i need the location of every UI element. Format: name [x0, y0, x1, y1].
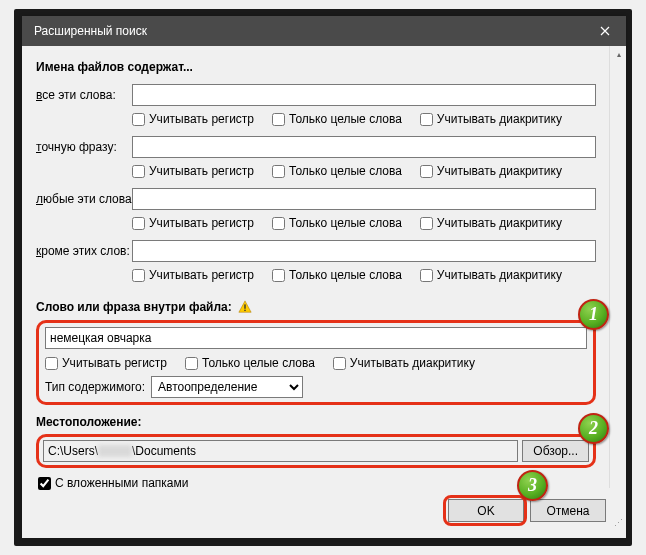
svg-rect-1: [244, 310, 245, 311]
redacted-username: [98, 445, 132, 457]
resize-grip-icon[interactable]: ⋰: [610, 522, 624, 536]
chk-diacritic-none[interactable]: Учитывать диакритику: [420, 268, 562, 282]
chk-case-exact[interactable]: Учитывать регистр: [132, 164, 254, 178]
chk-diacritic-any[interactable]: Учитывать диакритику: [420, 216, 562, 230]
input-none-words[interactable]: [132, 240, 596, 262]
content-type-label: Тип содержимого:: [45, 380, 145, 394]
input-any-words[interactable]: [132, 188, 596, 210]
badge-2: 2: [578, 413, 609, 444]
badge-1: 1: [578, 299, 609, 330]
input-location-path[interactable]: C:\Users\\Documents: [43, 440, 518, 462]
ok-button[interactable]: OK: [448, 499, 524, 522]
chk-case-any[interactable]: Учитывать регистр: [132, 216, 254, 230]
close-button[interactable]: [584, 16, 626, 46]
footer-buttons: OK Отмена: [448, 499, 606, 522]
browse-button[interactable]: Обзор...: [522, 440, 589, 462]
input-phrase[interactable]: [45, 327, 587, 349]
warning-icon: [238, 300, 252, 314]
chk-diacritic-all[interactable]: Учитывать диакритику: [420, 112, 562, 126]
chk-whole-exact[interactable]: Только целые слова: [272, 164, 402, 178]
section-header-location: Местоположение:: [36, 415, 596, 429]
chk-whole-none[interactable]: Только целые слова: [272, 268, 402, 282]
dialog-window: Расширенный поиск ▴ Имена файлов содержа…: [22, 16, 626, 538]
cancel-button[interactable]: Отмена: [530, 499, 606, 522]
input-exact-phrase[interactable]: [132, 136, 596, 158]
window-title: Расширенный поиск: [34, 24, 147, 38]
titlebar[interactable]: Расширенный поиск: [22, 16, 626, 46]
badge-3: 3: [517, 470, 548, 501]
section-header-filenames: Имена файлов содержат...: [36, 60, 596, 74]
check-row-all: Учитывать регистр Только целые слова Учи…: [132, 112, 596, 126]
check-row-none: Учитывать регистр Только целые слова Учи…: [132, 268, 596, 282]
scroll-up-arrow-icon[interactable]: ▴: [610, 46, 626, 63]
label-exact-phrase: точную фразу:: [36, 140, 132, 154]
check-row-exact: Учитывать регистр Только целые слова Учи…: [132, 164, 596, 178]
section-header-phrase: Слово или фраза внутри файла:: [36, 300, 596, 314]
filenames-grid: все эти слова: Учитывать регистр Только …: [36, 84, 596, 288]
check-row-phrase: Учитывать регистр Только целые слова Учи…: [45, 356, 587, 370]
chk-case-none[interactable]: Учитывать регистр: [132, 268, 254, 282]
label-none-words: кроме этих слов:: [36, 244, 132, 258]
path-suffix: \Documents: [132, 444, 196, 458]
chk-whole-phrase[interactable]: Только целые слова: [185, 356, 315, 370]
label-any-words: любые эти слова:: [36, 192, 132, 206]
location-row: C:\Users\\Documents Обзор...: [43, 440, 589, 462]
path-prefix: C:\Users\: [48, 444, 98, 458]
dialog-body: ▴ Имена файлов содержат... все эти слова…: [22, 46, 626, 538]
highlight-box-1: Учитывать регистр Только целые слова Учи…: [36, 320, 596, 405]
close-icon: [600, 26, 610, 36]
chk-diacritic-phrase[interactable]: Учитывать диакритику: [333, 356, 475, 370]
chk-whole-all[interactable]: Только целые слова: [272, 112, 402, 126]
input-all-words[interactable]: [132, 84, 596, 106]
chk-case-all[interactable]: Учитывать регистр: [132, 112, 254, 126]
check-row-any: Учитывать регистр Только целые слова Учи…: [132, 216, 596, 230]
chk-case-phrase[interactable]: Учитывать регистр: [45, 356, 167, 370]
label-all-words: все эти слова:: [36, 88, 132, 102]
svg-rect-0: [244, 304, 245, 308]
vertical-scrollbar[interactable]: ▴: [609, 46, 626, 488]
content-type-select[interactable]: Автоопределение: [151, 376, 303, 398]
highlight-box-2: C:\Users\\Documents Обзор... 2: [36, 434, 596, 468]
chk-diacritic-exact[interactable]: Учитывать диакритику: [420, 164, 562, 178]
content-type-row: Тип содержимого: Автоопределение: [45, 376, 587, 398]
chk-subfolders[interactable]: С вложенными папками: [38, 476, 596, 490]
chk-whole-any[interactable]: Только целые слова: [272, 216, 402, 230]
